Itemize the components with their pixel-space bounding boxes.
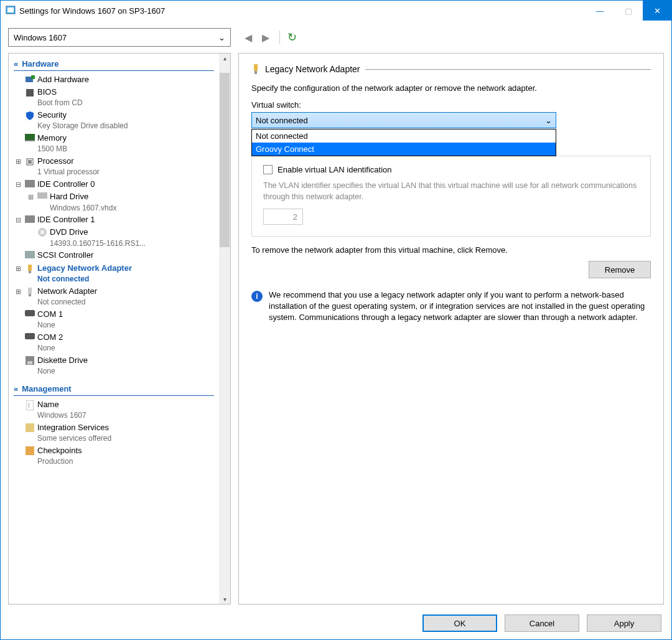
sidebar-item-legacy-network-adapter[interactable]: ⊞ Legacy Network AdapterNot connected <box>10 262 219 285</box>
sidebar-item-com2[interactable]: COM 2None <box>10 331 219 354</box>
apply-button[interactable]: Apply <box>587 614 661 632</box>
serial-port-icon <box>25 310 35 316</box>
svg-rect-3 <box>31 75 35 79</box>
vm-selector[interactable]: Windows 1607 ⌄ <box>8 28 231 47</box>
scsi-icon <box>25 251 35 258</box>
section-hardware[interactable]: « Hardware <box>14 57 214 71</box>
chevron-down-icon: ⌄ <box>218 33 225 42</box>
titlebar: Settings for Windows 1607 on SP3-1607 — … <box>1 1 671 21</box>
scroll-up-icon[interactable]: ▴ <box>223 55 226 62</box>
sidebar-item-memory[interactable]: Memory1500 MB <box>10 132 219 155</box>
sidebar-item-hard-drive[interactable]: ⊞ Hard DriveWindows 1607.vhdx <box>10 191 219 214</box>
svg-rect-22 <box>27 361 32 364</box>
sidebar-item-network-adapter[interactable]: ⊞ Network AdapterNot connected <box>10 285 219 308</box>
controller-icon <box>25 180 35 187</box>
chip-icon <box>25 88 35 98</box>
svg-rect-17 <box>28 288 32 294</box>
expand-icon[interactable]: ⊞ <box>14 263 22 273</box>
monitor-plus-icon <box>25 75 35 85</box>
vlan-description: The VLAN identifier specifies the virtua… <box>263 181 639 202</box>
sidebar-item-integration-services[interactable]: Integration ServicesSome services offere… <box>10 421 219 445</box>
network-adapter-legacy-icon <box>251 64 260 75</box>
sidebar-item-checkpoints[interactable]: CheckpointsProduction <box>10 445 219 468</box>
sidebar-scrollbar[interactable]: ▴ ▾ <box>219 54 230 604</box>
app-icon <box>6 6 16 16</box>
sidebar-item-com1[interactable]: COM 1None <box>10 308 219 331</box>
network-adapter-legacy-icon <box>26 264 34 274</box>
cancel-button[interactable]: Cancel <box>505 614 579 632</box>
close-button[interactable]: ✕ <box>643 1 671 21</box>
nav-forward-button[interactable]: ▶ <box>259 32 272 44</box>
collapse-icon: « <box>14 384 18 393</box>
svg-rect-6 <box>25 140 35 141</box>
vswitch-option-not-connected[interactable]: Not connected <box>252 129 556 143</box>
vswitch-option-groovy-connect[interactable]: Groovy Connect <box>252 143 556 156</box>
section-management[interactable]: « Management <box>14 382 214 396</box>
enable-vlan-label: Enable virtual LAN identification <box>278 165 392 174</box>
section-label: Hardware <box>22 59 58 68</box>
serial-port-icon <box>25 333 35 339</box>
remove-description: To remove the network adapter from this … <box>251 245 651 255</box>
divider <box>365 69 651 70</box>
vm-selector-value: Windows 1607 <box>14 33 67 42</box>
sidebar-item-ide1[interactable]: ⊟ IDE Controller 1 <box>10 214 219 226</box>
maximize-button[interactable]: ▢ <box>614 1 643 21</box>
svg-rect-8 <box>28 160 32 164</box>
scrollbar-thumb[interactable] <box>220 73 230 247</box>
svg-rect-11 <box>25 215 35 223</box>
sidebar-item-dvd-drive[interactable]: DVD Drive14393.0.160715-1616.RS1... <box>10 226 219 249</box>
sidebar-item-scsi[interactable]: SCSI Controller <box>10 249 219 261</box>
virtual-switch-label: Virtual switch: <box>251 100 651 110</box>
svg-rect-20 <box>25 333 35 339</box>
svg-rect-14 <box>25 251 35 258</box>
virtual-switch-dropdown[interactable]: Not connected ⌄ Not connected Groovy Con… <box>251 112 556 128</box>
virtual-switch-options: Not connected Groovy Connect <box>251 129 556 156</box>
disc-icon <box>38 228 47 237</box>
disk-icon <box>37 192 47 199</box>
panel-description: Specify the configuration of the network… <box>251 83 651 93</box>
collapse-icon: « <box>14 59 18 68</box>
window-title: Settings for Windows 1607 on SP3-1607 <box>19 6 165 16</box>
ok-button[interactable]: OK <box>422 614 497 632</box>
svg-rect-16 <box>29 271 31 273</box>
expand-icon[interactable]: ⊞ <box>26 191 35 202</box>
sidebar-item-security[interactable]: SecurityKey Storage Drive disabled <box>10 109 219 132</box>
controller-icon <box>25 215 35 223</box>
memory-icon <box>25 134 35 141</box>
separator <box>279 31 280 44</box>
scroll-down-icon[interactable]: ▾ <box>223 596 226 603</box>
collapse-icon[interactable]: ⊟ <box>14 179 22 189</box>
checkpoints-icon <box>26 446 34 455</box>
refresh-button[interactable]: ↻ <box>287 31 297 44</box>
expand-icon[interactable]: ⊞ <box>14 286 22 296</box>
svg-rect-10 <box>37 192 47 199</box>
svg-rect-19 <box>25 310 35 316</box>
sidebar-item-diskette[interactable]: Diskette DriveNone <box>10 354 219 377</box>
network-adapter-icon <box>26 287 34 297</box>
sidebar-item-ide0[interactable]: ⊟ IDE Controller 0 <box>10 178 219 191</box>
dialog-footer: OK Cancel Apply <box>8 611 664 632</box>
settings-tree: « Hardware Add Hardware BIOSBoot from CD… <box>9 54 219 604</box>
sidebar-item-bios[interactable]: BIOSBoot from CD <box>10 86 219 109</box>
minimize-button[interactable]: — <box>586 1 614 21</box>
svg-rect-27 <box>254 64 258 71</box>
enable-vlan-checkbox[interactable] <box>263 165 273 174</box>
svg-rect-28 <box>254 71 257 74</box>
remove-button[interactable]: Remove <box>589 261 651 278</box>
svg-rect-15 <box>28 265 32 271</box>
content-panel: Legacy Network Adapter Specify the confi… <box>238 53 664 605</box>
sidebar-item-add-hardware[interactable]: Add Hardware <box>10 73 219 86</box>
services-icon <box>26 423 34 432</box>
collapse-icon[interactable]: ⊟ <box>14 214 22 225</box>
svg-rect-23 <box>26 400 34 410</box>
sidebar-item-name[interactable]: I NameWindows 1607 <box>10 398 219 421</box>
nav-back-button[interactable]: ◀ <box>242 32 254 44</box>
chevron-down-icon: ⌄ <box>545 116 552 125</box>
vlan-id-input[interactable]: 2 <box>263 209 303 225</box>
info-text: We recommend that you use a legacy netwo… <box>269 289 651 324</box>
cpu-icon <box>25 157 35 167</box>
svg-rect-9 <box>25 180 35 187</box>
expand-icon[interactable]: ⊞ <box>14 156 22 166</box>
svg-text:I: I <box>28 402 30 409</box>
sidebar-item-processor[interactable]: ⊞ Processor1 Virtual processor <box>10 155 219 178</box>
